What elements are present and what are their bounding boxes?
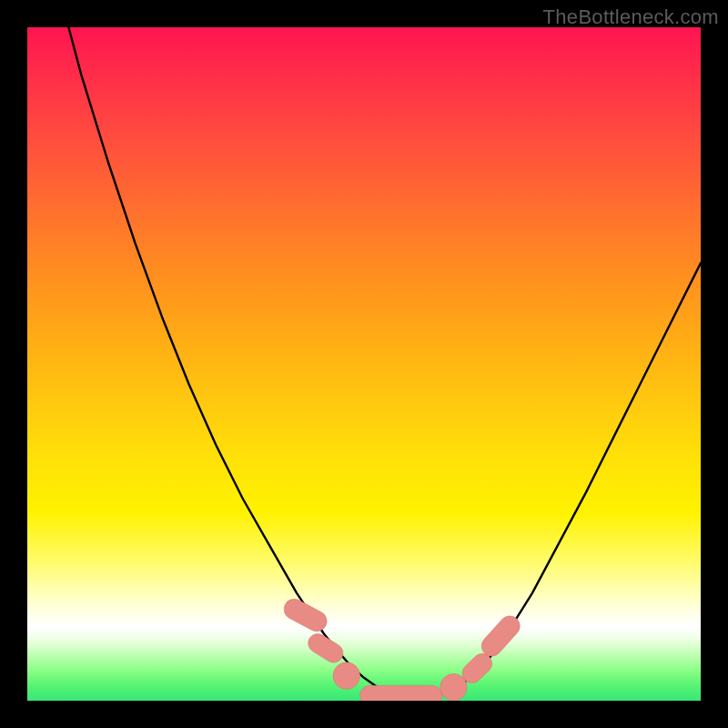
bottleneck-curve [27, 27, 701, 697]
chart-markers [280, 595, 524, 701]
marker-left-upper [280, 595, 330, 634]
watermark-text: TheBottleneck.com [543, 5, 719, 29]
marker-right-upper [478, 612, 524, 660]
marker-bottom-bar [360, 685, 442, 701]
chart-frame: TheBottleneck.com [0, 0, 728, 728]
marker-left-low [333, 662, 360, 690]
marker-right-low [440, 673, 468, 701]
chart-svg [27, 27, 701, 701]
chart-plot-area [27, 27, 701, 701]
